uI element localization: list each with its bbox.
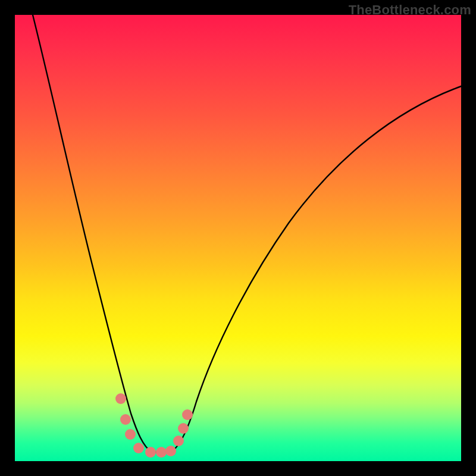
chart-stage: TheBottleneck.com — [0, 0, 476, 476]
bead-marker — [173, 436, 184, 446]
left-curve — [33, 15, 170, 452]
bead-marker — [133, 443, 144, 453]
right-curve — [170, 86, 461, 452]
bead-marker — [125, 429, 136, 440]
watermark-text: TheBottleneck.com — [349, 2, 471, 18]
chart-svg — [15, 15, 461, 461]
plot-outer-frame — [15, 15, 461, 461]
bead-marker — [182, 409, 193, 420]
bead-marker — [156, 447, 167, 458]
bead-marker — [165, 446, 176, 456]
bead-marker — [120, 414, 131, 425]
bead-marker — [115, 393, 126, 404]
bead-marker — [145, 447, 156, 458]
bead-marker — [178, 423, 189, 434]
